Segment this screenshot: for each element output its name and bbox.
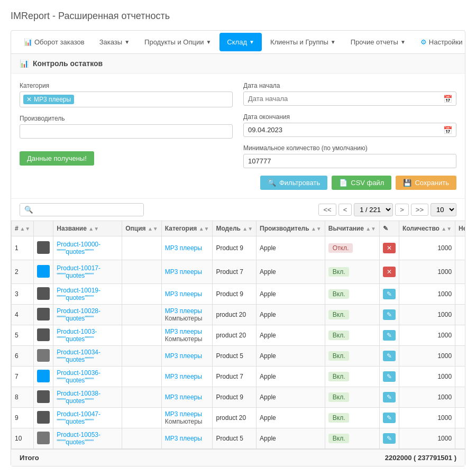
row-num: 2: [12, 260, 34, 284]
date-end-input[interactable]: [243, 123, 456, 137]
row-edit[interactable]: ✎: [380, 367, 399, 387]
nav-item-other[interactable]: Прочие отчеты ▼: [343, 33, 413, 51]
row-edit[interactable]: ✎: [380, 325, 399, 346]
col-model[interactable]: Модель ▲▼: [213, 221, 257, 236]
row-option: [122, 284, 161, 305]
edit-button[interactable]: ✎: [383, 309, 396, 320]
nav-item-orders[interactable]: Заказы ▼: [92, 33, 137, 51]
row-needed[interactable]: 107777: [455, 305, 465, 325]
category-link[interactable]: MP3 плееры: [165, 268, 202, 276]
next-page-button[interactable]: >: [395, 204, 409, 216]
nav-item-products[interactable]: Продукты и Опции ▼: [137, 33, 218, 51]
row-edit[interactable]: ✎: [380, 346, 399, 367]
product-link[interactable]: Product-10047-""""quotes"""": [57, 410, 100, 425]
row-edit[interactable]: ✕: [380, 260, 399, 284]
product-link[interactable]: Product-1003-""""quotes"""": [57, 328, 97, 343]
save-button[interactable]: 💾 Сохранить: [396, 176, 456, 190]
row-needed[interactable]: 107777: [455, 260, 465, 284]
calendar-icon[interactable]: 📅: [443, 95, 452, 103]
category-link[interactable]: MP3 плееры: [165, 328, 202, 335]
deduct-badge: Откл.: [328, 243, 353, 253]
edit-button[interactable]: ✎: [383, 433, 396, 444]
edit-button[interactable]: ✎: [383, 289, 396, 299]
search-input[interactable]: [38, 204, 143, 216]
nav-item-settings[interactable]: ⚙ Настройки: [413, 33, 470, 51]
edit-button[interactable]: ✎: [383, 330, 396, 341]
chevron-down-icon: ▼: [331, 39, 336, 45]
col-option[interactable]: Опция ▲▼: [122, 221, 161, 236]
nav-item-turnover[interactable]: 📊 Оборот заказов: [16, 33, 92, 51]
csv-button[interactable]: 📄 CSV файл: [332, 176, 391, 190]
col-name[interactable]: Название ▲▼: [53, 221, 122, 236]
product-link[interactable]: Product-10038-""""quotes"""": [57, 390, 100, 405]
row-needed[interactable]: 107777: [455, 284, 465, 305]
col-manufacturer[interactable]: Производитель ▲▼: [257, 221, 325, 236]
first-page-button[interactable]: <<: [318, 204, 336, 216]
category-link[interactable]: MP3 плееры: [165, 290, 202, 298]
category-link[interactable]: MP3 плееры: [165, 352, 202, 360]
delete-button[interactable]: ✕: [383, 243, 396, 253]
product-link[interactable]: Product-10036-""""quotes"""": [57, 369, 100, 384]
col-cat[interactable]: Категория ▲▼: [161, 221, 213, 236]
row-num: 7: [12, 367, 34, 387]
min-qty-input[interactable]: [243, 154, 456, 168]
row-needed[interactable]: 107777: [455, 387, 465, 408]
delete-button[interactable]: ✕: [383, 267, 396, 277]
category-link[interactable]: MP3 плееры: [165, 393, 202, 401]
product-link[interactable]: Product-10000-""""quotes"""": [57, 241, 100, 255]
product-link[interactable]: Product-10028-""""quotes"""": [57, 307, 100, 322]
calendar-icon[interactable]: 📅: [443, 126, 452, 134]
row-needed[interactable]: 107777: [455, 408, 465, 428]
last-page-button[interactable]: >>: [411, 204, 428, 216]
category-link[interactable]: MP3 плееры: [165, 410, 202, 418]
row-edit[interactable]: ✕: [380, 236, 399, 260]
filter-button[interactable]: 🔍 Фильтровать: [260, 176, 327, 190]
manufacturer-input[interactable]: [20, 124, 233, 139]
tag-x-icon[interactable]: ✕: [26, 96, 32, 103]
nav-item-clients[interactable]: Клиенты и Группы ▼: [263, 33, 343, 51]
row-edit[interactable]: ✎: [380, 428, 399, 449]
data-table: # ▲▼ Название ▲▼ Опция ▲▼ Категория ▲▼ М…: [11, 221, 465, 449]
row-num: 8: [12, 387, 34, 408]
category-link[interactable]: MP3 плееры: [165, 435, 202, 442]
table-row: 7 Product-10036-""""quotes"""" MP3 плеер…: [12, 367, 465, 387]
category-link[interactable]: MP3 плееры: [165, 244, 202, 252]
col-deduct[interactable]: Вычитание ▲▼: [325, 221, 379, 236]
edit-button[interactable]: ✎: [383, 392, 396, 402]
category-link[interactable]: MP3 плееры: [165, 373, 202, 380]
row-edit[interactable]: ✎: [380, 284, 399, 305]
product-link[interactable]: Product-10053-""""quotes"""": [57, 431, 100, 446]
row-icon: [34, 284, 53, 305]
product-link[interactable]: Product-10017-""""quotes"""": [57, 264, 100, 279]
deduct-badge: Вкл.: [328, 331, 350, 340]
row-model: Product 9: [213, 387, 257, 408]
edit-button[interactable]: ✎: [383, 413, 396, 423]
product-link[interactable]: Product-10019-""""quotes"""": [57, 287, 100, 301]
row-needed[interactable]: 107777: [455, 325, 465, 346]
row-edit[interactable]: ✎: [380, 387, 399, 408]
product-link[interactable]: Product-10034-""""quotes"""": [57, 349, 100, 363]
per-page-select[interactable]: 10: [431, 203, 456, 216]
row-edit[interactable]: ✎: [380, 305, 399, 325]
row-needed[interactable]: 65324: [455, 236, 465, 260]
row-option: [122, 346, 161, 367]
date-start-input[interactable]: [243, 91, 456, 106]
deduct-badge: Вкл.: [328, 351, 350, 361]
nav-item-warehouse[interactable]: Склад ▼: [219, 33, 262, 51]
col-needed[interactable]: Необходимо ▲▼: [455, 221, 465, 236]
row-needed[interactable]: 107777: [455, 367, 465, 387]
category-input[interactable]: ✕ МР3 плееры: [20, 91, 233, 107]
data-received-button[interactable]: Данные получены!: [20, 151, 94, 166]
prev-page-button[interactable]: <: [338, 204, 352, 216]
page-select[interactable]: 1 / 221: [354, 203, 393, 216]
row-needed[interactable]: 107777: [455, 346, 465, 367]
col-qty[interactable]: Количество ▲▼: [399, 221, 455, 236]
search-button[interactable]: 🔍: [20, 204, 38, 216]
row-deduct: Вкл.: [325, 284, 379, 305]
edit-button[interactable]: ✎: [383, 351, 396, 361]
row-edit[interactable]: ✎: [380, 408, 399, 428]
category-link[interactable]: MP3 плееры: [165, 307, 202, 315]
search-box[interactable]: 🔍: [20, 203, 144, 216]
edit-button[interactable]: ✎: [383, 371, 396, 382]
row-needed[interactable]: 107777: [455, 428, 465, 449]
